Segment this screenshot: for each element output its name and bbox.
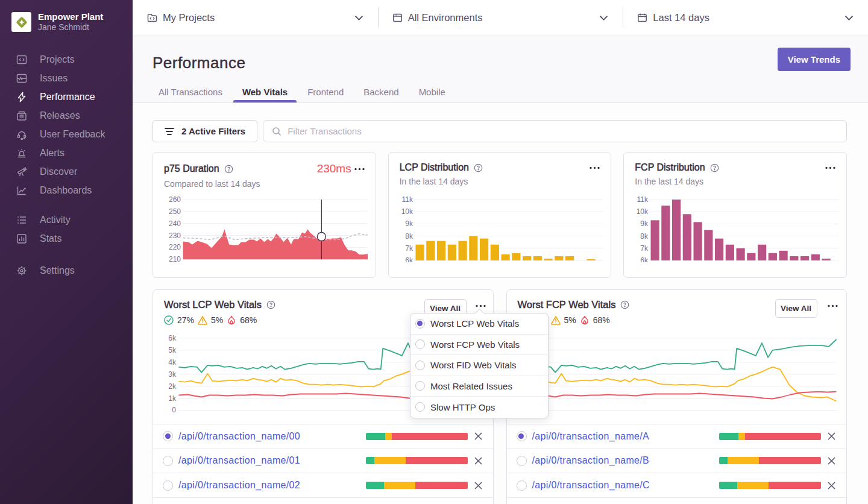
svg-text:9k: 9k	[405, 219, 414, 228]
svg-text:220: 220	[169, 243, 181, 251]
svg-text:2k: 2k	[168, 382, 177, 391]
svg-text:240: 240	[169, 219, 181, 228]
svg-text:6k: 6k	[405, 256, 414, 262]
svg-text:3k: 3k	[168, 370, 177, 379]
svg-text:0: 0	[172, 406, 176, 414]
svg-text:6k: 6k	[641, 256, 649, 262]
svg-text:4k: 4k	[168, 358, 177, 367]
svg-text:210: 210	[169, 255, 181, 262]
svg-text:10k: 10k	[637, 207, 649, 216]
svg-text:230: 230	[169, 232, 181, 240]
svg-text:8k: 8k	[641, 232, 649, 241]
svg-text:260: 260	[169, 195, 181, 204]
svg-text:8k: 8k	[405, 232, 414, 241]
svg-text:5k: 5k	[168, 346, 177, 354]
svg-text:11k: 11k	[401, 195, 413, 204]
svg-text:11k: 11k	[637, 195, 649, 204]
svg-text:7k: 7k	[405, 244, 414, 253]
svg-text:9k: 9k	[641, 219, 649, 228]
svg-text:250: 250	[169, 207, 181, 216]
svg-text:7k: 7k	[641, 244, 649, 253]
svg-text:1k: 1k	[168, 394, 177, 403]
svg-text:6k: 6k	[168, 335, 177, 342]
svg-text:10k: 10k	[401, 207, 413, 216]
